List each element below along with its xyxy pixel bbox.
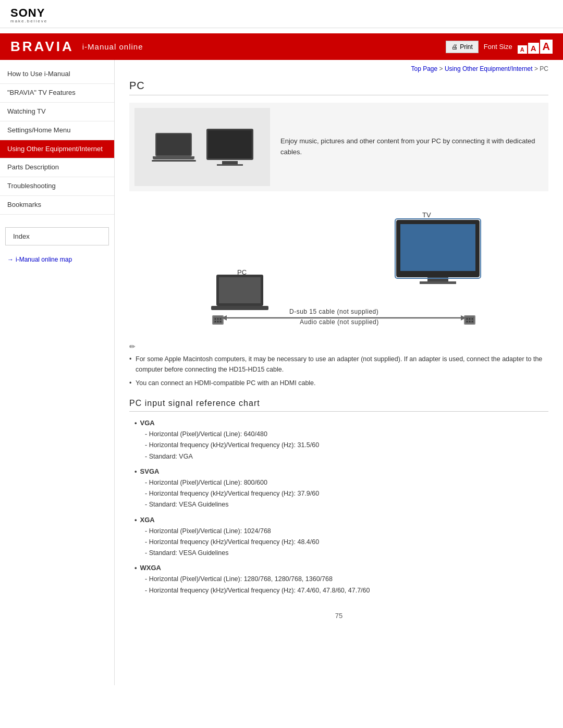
bravia-left: BRAVIA i-Manual online (10, 39, 143, 55)
notes-section: ✏ For some Apple Macintosh computers, it… (129, 342, 548, 388)
signal-group-title-vga: VGA (134, 419, 548, 427)
intro-text: Enjoy music, pictures and other content … (280, 136, 543, 158)
sony-logo: SONY make.believe (10, 6, 553, 23)
main-layout: How to Use i-Manual "BRAVIA" TV Features… (0, 60, 563, 685)
signal-detail-wxga-1: Horizontal frequency (kHz)/Vertical freq… (145, 585, 548, 596)
svg-point-21 (469, 318, 471, 320)
note-item-1: You can connect an HDMI-compatible PC wi… (129, 378, 548, 388)
svg-rect-19 (465, 316, 474, 324)
svg-text:Audio cable (not supplied): Audio cable (not supplied) (300, 318, 379, 326)
signal-chart-heading: PC input signal reference chart (129, 399, 548, 412)
diagram-area: TV PC (129, 202, 548, 332)
bravia-banner: BRAVIA i-Manual online 🖨 Print Font Size… (0, 33, 563, 60)
signal-detail-xga-1: Horizontal frequency (kHz)/Vertical freq… (145, 537, 548, 548)
sidebar-manual-map-link[interactable]: → i-Manual online map (0, 252, 114, 267)
signal-group-title-svga: SVGA (134, 467, 548, 475)
note-item-0: For some Apple Macintosh computers, it m… (129, 354, 548, 375)
bravia-subtitle: i-Manual online (82, 42, 143, 51)
sidebar-item-watching-tv[interactable]: Watching TV (0, 103, 114, 121)
signal-group-xga: XGA Horizontal (Pixel)/Vertical (Line): … (134, 516, 548, 559)
intro-image (134, 108, 270, 186)
svg-point-15 (215, 321, 216, 323)
svg-text:D-sub 15 cable (not supplied): D-sub 15 cable (not supplied) (289, 308, 378, 315)
svg-point-22 (472, 318, 473, 320)
svg-rect-8 (219, 277, 261, 303)
note-icon: ✏ (129, 342, 548, 351)
signal-details-xga: Horizontal (Pixel)/Vertical (Line): 1024… (134, 526, 548, 559)
connection-diagram: TV PC (188, 207, 490, 327)
signal-detail-xga-2: Standard: VESA Guidelines (145, 548, 548, 559)
sidebar-item-bravia-features[interactable]: "BRAVIA" TV Features (0, 84, 114, 103)
signal-detail-vga-0: Horizontal (Pixel)/Vertical (Line): 640/… (145, 429, 548, 440)
print-icon: 🖨 (451, 43, 458, 51)
svg-rect-5 (420, 281, 456, 284)
sidebar-item-index[interactable]: Index (5, 227, 109, 245)
signal-detail-svga-1: Horizontal frequency (kHz)/Vertical freq… (145, 488, 548, 499)
svg-rect-9 (211, 306, 268, 310)
signal-detail-vga-2: Standard: VGA (145, 451, 548, 462)
svg-point-16 (217, 321, 219, 323)
breadcrumb-middle[interactable]: Using Other Equipment/Internet (445, 65, 533, 72)
print-button[interactable]: 🖨 Print (446, 41, 479, 53)
signal-detail-vga-1: Horizontal frequency (kHz)/Vertical freq… (145, 440, 548, 451)
intro-box: Enjoy music, pictures and other content … (129, 103, 548, 191)
breadcrumb-top[interactable]: Top Page (411, 65, 437, 72)
svg-point-13 (217, 318, 219, 320)
font-size-controls: A A A (518, 40, 553, 54)
svg-point-20 (467, 318, 468, 320)
font-large-button[interactable]: A (540, 40, 553, 54)
breadcrumb: Top Page > Using Other Equipment/Interne… (129, 65, 548, 72)
signal-detail-svga-2: Standard: VESA Guidelines (145, 499, 548, 510)
svg-point-23 (467, 321, 468, 323)
signal-group-wxga: WXGA Horizontal (Pixel)/Vertical (Line):… (134, 564, 548, 596)
signal-list: VGA Horizontal (Pixel)/Vertical (Line): … (129, 419, 548, 596)
svg-point-14 (220, 318, 222, 320)
svg-point-12 (215, 318, 216, 320)
sidebar-item-settings[interactable]: Settings/Home Menu (0, 121, 114, 140)
signal-detail-wxga-0: Horizontal (Pixel)/Vertical (Line): 1280… (145, 574, 548, 585)
sidebar-item-bookmarks[interactable]: Bookmarks (0, 196, 114, 215)
signal-details-svga: Horizontal (Pixel)/Vertical (Line): 800/… (134, 477, 548, 511)
content-area: Top Page > Using Other Equipment/Interne… (115, 60, 563, 685)
page-number: 75 (129, 612, 548, 620)
sidebar-item-troubleshooting[interactable]: Troubleshooting (0, 177, 114, 196)
signal-group-title-xga: XGA (134, 516, 548, 524)
sidebar-item-how-to-use[interactable]: How to Use i-Manual (0, 65, 114, 84)
header: SONY make.believe (0, 0, 563, 28)
svg-text:TV: TV (422, 211, 431, 219)
signal-group-vga: VGA Horizontal (Pixel)/Vertical (Line): … (134, 419, 548, 462)
arrow-icon: → (7, 256, 14, 263)
svg-rect-11 (213, 316, 223, 324)
laptop-image (152, 133, 196, 162)
font-size-label: Font Size (484, 43, 512, 51)
signal-details-vga: Horizontal (Pixel)/Vertical (Line): 640/… (134, 429, 548, 462)
signal-detail-svga-0: Horizontal (Pixel)/Vertical (Line): 800/… (145, 477, 548, 488)
signal-details-wxga: Horizontal (Pixel)/Vertical (Line): 1280… (134, 574, 548, 596)
breadcrumb-current: PC (540, 65, 548, 72)
signal-group-title-wxga: WXGA (134, 564, 548, 572)
svg-rect-3 (400, 224, 475, 271)
svg-point-25 (472, 321, 473, 323)
bravia-logo: BRAVIA (10, 39, 74, 55)
page-title: PC (129, 80, 548, 95)
signal-detail-xga-0: Horizontal (Pixel)/Vertical (Line): 1024… (145, 526, 548, 537)
signal-group-svga: SVGA Horizontal (Pixel)/Vertical (Line):… (134, 467, 548, 511)
font-small-button[interactable]: A (518, 45, 527, 54)
svg-point-17 (220, 321, 222, 323)
sidebar: How to Use i-Manual "BRAVIA" TV Features… (0, 60, 115, 685)
sidebar-item-parts[interactable]: Parts Description (0, 158, 114, 177)
bravia-right: 🖨 Print Font Size A A A (446, 40, 553, 54)
svg-point-24 (469, 321, 471, 323)
tv-image-intro (206, 129, 253, 166)
sidebar-item-using-other[interactable]: Using Other Equipment/Internet (0, 140, 114, 159)
font-medium-button[interactable]: A (528, 43, 539, 54)
